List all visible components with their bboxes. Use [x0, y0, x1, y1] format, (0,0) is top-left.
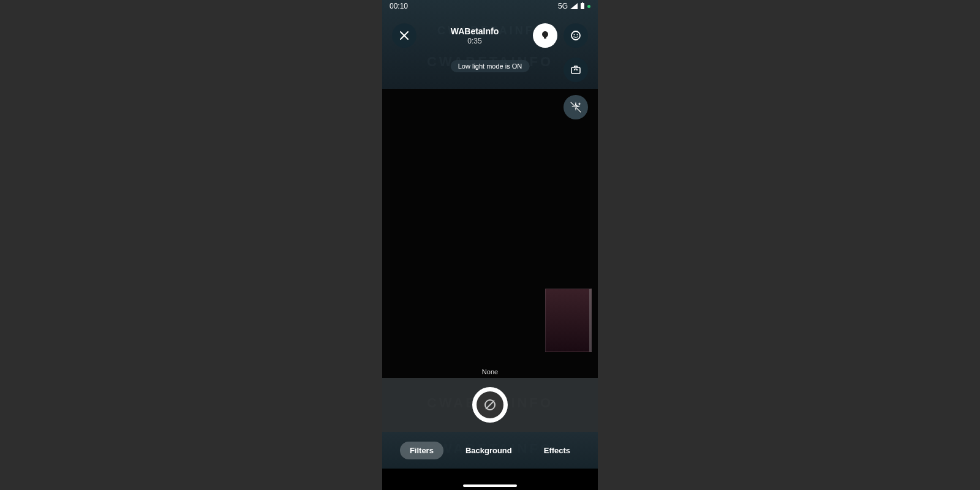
caller-name: WABetaInfo: [417, 26, 533, 36]
svg-rect-7: [571, 67, 580, 74]
camera-flip-icon: [570, 64, 582, 76]
filter-label: None: [482, 368, 498, 375]
call-title-block: WABetaInfo 0:35: [417, 26, 533, 45]
battery-icon: [580, 2, 585, 10]
network-label: 5G: [558, 2, 568, 10]
gesture-nav-bar[interactable]: [463, 484, 517, 487]
svg-point-4: [571, 31, 580, 40]
status-time: 00:10: [390, 2, 408, 10]
svg-point-2: [542, 31, 548, 37]
right-buttons: [533, 23, 588, 48]
low-light-toast: Low light mode is ON: [451, 60, 530, 72]
filter-none-option[interactable]: [472, 387, 508, 423]
effects-tabs: Filters Background Effects: [382, 432, 598, 469]
face-icon: [570, 29, 582, 42]
close-icon: [399, 30, 410, 41]
svg-rect-3: [544, 37, 546, 39]
no-filter-icon: [483, 398, 497, 412]
status-right: 5G: [558, 2, 590, 10]
secondary-controls: [564, 58, 588, 82]
status-bar: 00:10 5G: [382, 0, 598, 12]
tab-effects[interactable]: Effects: [534, 442, 580, 459]
close-button[interactable]: [392, 23, 417, 48]
bulb-icon: [539, 29, 551, 42]
signal-icon: [570, 3, 578, 9]
svg-rect-1: [582, 2, 583, 4]
filter-none-inner: [477, 391, 503, 418]
low-light-toggle-button[interactable]: [533, 23, 557, 48]
self-view-pip[interactable]: [545, 288, 592, 352]
switch-camera-button[interactable]: [564, 58, 588, 82]
privacy-indicator-dot: [587, 5, 590, 8]
toast-text: Low light mode is ON: [458, 62, 522, 70]
sparkle-effects-button[interactable]: [564, 95, 588, 119]
avatar-effects-button[interactable]: [564, 23, 588, 48]
tab-background[interactable]: Background: [456, 442, 522, 459]
phone-screen: 00:10 5G CWABETAINFO CWABETAINFO CWABETA…: [382, 0, 598, 490]
top-controls: WABetaInfo 0:35: [382, 23, 598, 48]
filter-selector-strip[interactable]: [382, 378, 598, 432]
svg-point-6: [577, 34, 578, 36]
sparkle-icon: [569, 100, 582, 114]
video-feed: None: [382, 89, 598, 378]
call-duration: 0:35: [417, 37, 533, 45]
svg-rect-0: [581, 3, 584, 9]
svg-point-5: [574, 34, 575, 36]
tab-filters[interactable]: Filters: [400, 442, 443, 459]
